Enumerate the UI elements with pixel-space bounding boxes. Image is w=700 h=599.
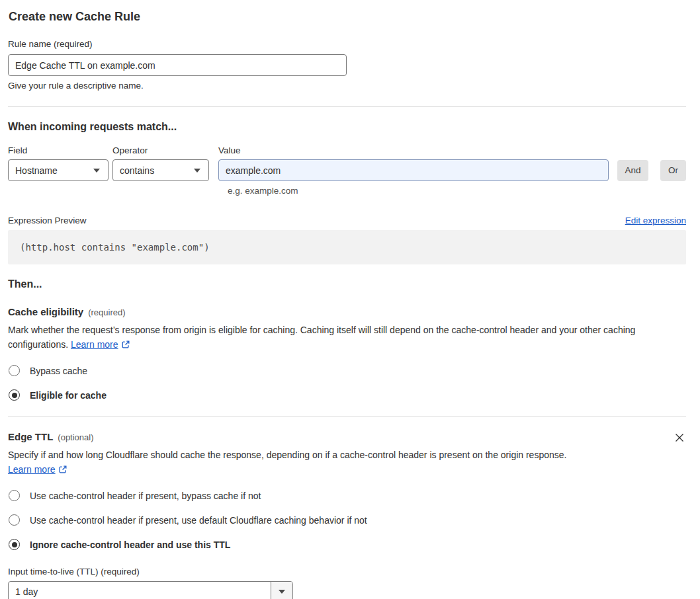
- expression-code: (http.host contains "example.com"): [20, 242, 210, 253]
- and-button[interactable]: And: [617, 160, 648, 181]
- operator-label: Operator: [112, 145, 218, 155]
- cache-eligibility-qualifier: (required): [88, 307, 125, 317]
- match-expression-row: Hostname contains And Or: [8, 159, 686, 181]
- ttl-select[interactable]: 1 day: [8, 581, 293, 599]
- radio-use-header-default[interactable]: Use cache-control header if present, use…: [8, 514, 686, 526]
- value-input[interactable]: [218, 159, 609, 181]
- radio-eligible-for-cache[interactable]: Eligible for cache: [8, 389, 686, 401]
- or-button[interactable]: Or: [660, 160, 686, 181]
- rule-name-label: Rule name (required): [8, 39, 686, 49]
- edge-ttl-heading: Edge TTL: [8, 431, 53, 442]
- radio-ignore-header-use-ttl[interactable]: Ignore cache-control header and use this…: [8, 539, 686, 550]
- radio-label: Ignore cache-control header and use this…: [30, 539, 230, 550]
- operator-select[interactable]: contains: [112, 159, 209, 181]
- match-column-labels: Field Operator Value: [8, 145, 686, 155]
- value-label: Value: [218, 145, 686, 155]
- field-label: Field: [8, 145, 112, 155]
- operator-select-value: contains: [120, 165, 154, 176]
- radio-unchecked-icon: [9, 490, 20, 501]
- radio-label: Use cache-control header if present, use…: [30, 515, 367, 526]
- learn-more-link[interactable]: Learn more: [71, 339, 118, 350]
- divider: [8, 417, 686, 417]
- chevron-down-icon: [279, 590, 285, 594]
- divider: [8, 106, 686, 107]
- field-select[interactable]: Hostname: [8, 159, 109, 181]
- expression-preview-label: Expression Preview: [8, 216, 87, 225]
- cache-eligibility-heading: Cache eligibility: [8, 306, 83, 317]
- cache-eligibility-heading-row: Cache eligibility (required): [8, 306, 686, 317]
- value-helper: e.g. example.com: [228, 186, 686, 196]
- radio-label: Eligible for cache: [30, 390, 107, 401]
- edge-ttl-description: Specify if and how long Cloudflare shoul…: [8, 448, 567, 477]
- edit-expression-link[interactable]: Edit expression: [625, 216, 686, 225]
- radio-use-header-bypass[interactable]: Use cache-control header if present, byp…: [8, 490, 686, 501]
- ttl-label: Input time-to-live (TTL) (required): [8, 567, 686, 577]
- cache-eligibility-description: Mark whether the request’s response from…: [8, 323, 686, 352]
- chevron-down-icon: [93, 169, 100, 173]
- radio-checked-icon: [9, 389, 20, 401]
- close-icon: [674, 432, 685, 443]
- expression-code-block: (http.host contains "example.com"): [8, 230, 686, 264]
- edge-ttl-qualifier: (optional): [58, 432, 93, 442]
- edge-ttl-header-row: Edge TTL (optional): [8, 431, 686, 444]
- radio-label: Use cache-control header if present, byp…: [30, 491, 261, 501]
- match-section-heading: When incoming requests match...: [8, 120, 686, 134]
- close-edge-ttl-button[interactable]: [673, 431, 686, 444]
- edge-ttl-description-text: Specify if and how long Cloudflare shoul…: [8, 450, 566, 460]
- radio-label: Bypass cache: [30, 366, 87, 376]
- radio-bypass-cache[interactable]: Bypass cache: [8, 365, 686, 376]
- ttl-select-dropdown-button[interactable]: [271, 582, 292, 599]
- rule-name-helper: Give your rule a descriptive name.: [8, 81, 686, 91]
- external-link-icon: [58, 465, 67, 474]
- rule-name-input[interactable]: [8, 54, 347, 76]
- expression-preview-header: Expression Preview Edit expression: [8, 216, 686, 225]
- learn-more-link[interactable]: Learn more: [8, 464, 56, 475]
- edge-ttl-heading-group: Edge TTL (optional): [8, 431, 94, 442]
- create-cache-rule-form: Create new Cache Rule Rule name (require…: [0, 0, 700, 599]
- radio-unchecked-icon: [9, 365, 20, 376]
- external-link-icon: [121, 340, 130, 349]
- then-heading: Then...: [8, 278, 686, 291]
- page-title: Create new Cache Rule: [9, 9, 686, 24]
- radio-checked-icon: [9, 539, 20, 550]
- chevron-down-icon: [194, 169, 200, 173]
- field-select-value: Hostname: [15, 165, 58, 176]
- radio-unchecked-icon: [9, 514, 20, 526]
- ttl-select-value: 1 day: [9, 582, 271, 599]
